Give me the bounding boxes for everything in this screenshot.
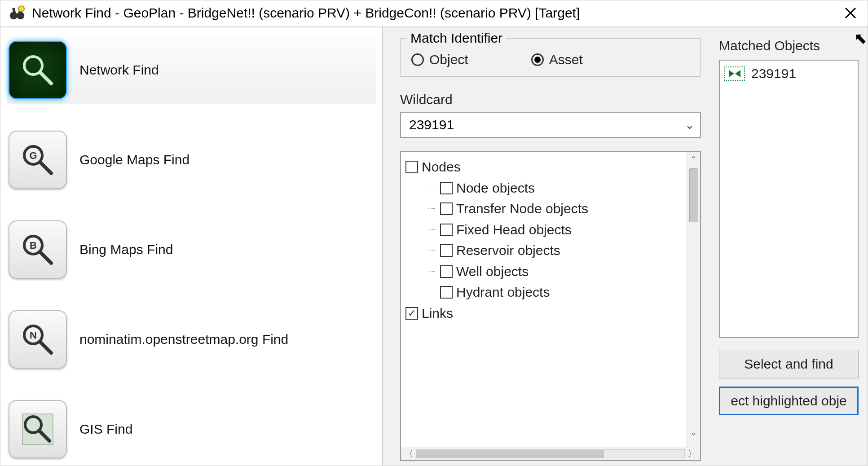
- svg-text:B: B: [30, 240, 37, 251]
- scroll-left-icon[interactable]: 〈: [404, 447, 414, 461]
- tree-label: Fixed Head objects: [456, 220, 572, 241]
- checkbox-icon[interactable]: [440, 224, 453, 236]
- checkbox-checked-icon[interactable]: [405, 307, 418, 320]
- binoculars-icon: [9, 4, 26, 22]
- scroll-down-icon[interactable]: ˅: [691, 432, 696, 444]
- sidebar-item-label: Bing Maps Find: [79, 242, 173, 257]
- tree-label: Transfer Node objects: [456, 198, 588, 220]
- checkbox-icon[interactable]: [440, 286, 453, 299]
- tree-item-hydrant-objects[interactable]: Hydrant objects: [428, 282, 684, 303]
- checkbox-icon[interactable]: [405, 161, 418, 173]
- svg-text:G: G: [29, 150, 37, 161]
- tree-content[interactable]: Nodes Node objects Transfer: [401, 152, 687, 447]
- radio-object-label: Object: [429, 52, 468, 67]
- close-icon: [844, 7, 857, 19]
- match-identifier-title: Match Identifier: [407, 31, 506, 46]
- wildcard-input[interactable]: [408, 117, 681, 133]
- panel-criteria: Match Identifier Object Asset Wildcard: [400, 38, 701, 461]
- checkbox-icon[interactable]: [440, 265, 453, 278]
- scroll-right-icon[interactable]: 〉: [687, 447, 697, 461]
- tree-label: Well objects: [456, 261, 529, 282]
- radio-object[interactable]: Object: [411, 52, 468, 67]
- svg-line-14: [40, 252, 51, 263]
- match-identifier-group: Match Identifier Object Asset: [400, 38, 701, 77]
- sidebar-item-network-find[interactable]: Network Find: [7, 36, 376, 104]
- tree-item-reservoir-objects[interactable]: Reservoir objects: [428, 240, 684, 261]
- matched-item[interactable]: 239191: [723, 64, 854, 83]
- matched-objects-list[interactable]: 239191: [719, 60, 859, 338]
- chevron-down-icon[interactable]: ⌄: [681, 118, 695, 132]
- tree-label: Nodes: [422, 157, 461, 178]
- select-highlighted-objects-button[interactable]: ect highlighted obje: [719, 387, 859, 415]
- tree-vscrollbar[interactable]: ˄ ˅: [687, 152, 700, 447]
- svg-text:N: N: [30, 330, 37, 341]
- tree-item-well-objects[interactable]: Well objects: [428, 261, 684, 282]
- network-find-icon: [9, 41, 67, 99]
- svg-line-8: [40, 72, 51, 84]
- window-title: Network Find - GeoPlan - BridgeNet!! (sc…: [32, 5, 842, 21]
- tree-label: Node objects: [456, 178, 535, 199]
- tree-item-node-objects[interactable]: Node objects: [428, 178, 684, 199]
- scroll-thumb[interactable]: [417, 450, 604, 458]
- select-and-find-button[interactable]: Select and find: [719, 350, 859, 378]
- panel-results: Matched Objects 239191 Select and find e…: [719, 38, 859, 461]
- svg-point-4: [18, 6, 24, 12]
- gis-find-icon: [9, 400, 67, 458]
- tree-label: Hydrant objects: [456, 282, 550, 303]
- find-options-panel: ⬉ Match Identifier Object Asset: [383, 27, 868, 466]
- svg-line-17: [40, 342, 51, 353]
- svg-marker-22: [735, 70, 740, 77]
- sidebar-item-google-maps-find[interactable]: G Google Maps Find: [7, 126, 376, 193]
- sidebar-item-label: Google Maps Find: [79, 152, 189, 167]
- scroll-thumb[interactable]: [689, 168, 698, 222]
- valve-icon: [724, 66, 745, 81]
- checkbox-icon[interactable]: [440, 244, 453, 257]
- radio-asset[interactable]: Asset: [531, 52, 583, 67]
- scroll-up-icon[interactable]: ˄: [691, 155, 696, 167]
- svg-line-11: [40, 162, 51, 173]
- wildcard-combo[interactable]: ⌄: [400, 112, 701, 138]
- dialog-body: Network Find G Google Maps Find B: [0, 26, 868, 466]
- scroll-track[interactable]: [416, 449, 685, 458]
- wildcard-label: Wildcard: [400, 92, 701, 107]
- tree-item-fixed-head-objects[interactable]: Fixed Head objects: [428, 220, 684, 241]
- matched-objects-label: Matched Objects: [719, 38, 859, 53]
- titlebar: Network Find - GeoPlan - BridgeNet!! (sc…: [0, 0, 868, 26]
- sidebar-item-gis-find[interactable]: GIS Find: [7, 396, 376, 463]
- google-maps-find-icon: G: [9, 131, 67, 189]
- radio-dot-icon: [411, 53, 424, 66]
- object-type-tree: Nodes Node objects Transfer: [400, 151, 701, 461]
- radio-dot-checked-icon: [531, 53, 544, 66]
- tree-item-nodes[interactable]: Nodes: [405, 157, 684, 178]
- bing-maps-find-icon: B: [9, 220, 67, 279]
- sidebar-item-label: Network Find: [79, 62, 159, 78]
- sidebar-item-label: GIS Find: [79, 422, 132, 437]
- matched-item-label: 239191: [751, 66, 796, 81]
- checkbox-icon[interactable]: [440, 202, 453, 215]
- tree-label: Reservoir objects: [456, 240, 560, 261]
- tree-label: Links: [422, 303, 453, 324]
- radio-asset-label: Asset: [549, 52, 583, 67]
- network-find-window: Network Find - GeoPlan - BridgeNet!! (sc…: [0, 0, 868, 466]
- svg-marker-21: [729, 70, 734, 77]
- tree-hscrollbar[interactable]: 〈 〉: [401, 447, 700, 460]
- tree-item-links[interactable]: Links: [405, 303, 684, 324]
- checkbox-icon[interactable]: [440, 182, 453, 194]
- sidebar-item-bing-maps-find[interactable]: B Bing Maps Find: [7, 216, 376, 283]
- sidebar-item-label: nominatim.openstreetmap.org Find: [79, 332, 288, 347]
- sidebar-item-nominatim-find[interactable]: N nominatim.openstreetmap.org Find: [7, 306, 376, 373]
- nominatim-find-icon: N: [9, 310, 67, 369]
- close-button[interactable]: [842, 4, 859, 22]
- tree-item-transfer-node-objects[interactable]: Transfer Node objects: [428, 198, 684, 220]
- finder-sidebar: Network Find G Google Maps Find B: [0, 27, 383, 466]
